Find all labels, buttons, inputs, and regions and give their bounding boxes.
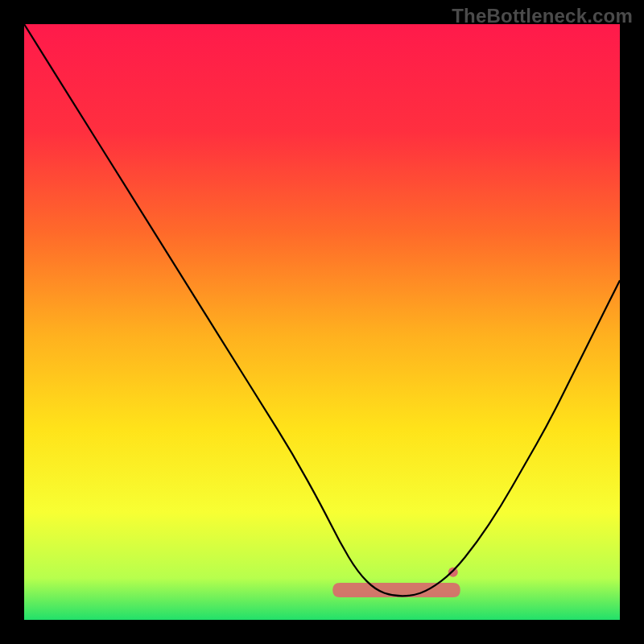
plot-area [24,24,620,620]
watermark-text: TheBottleneck.com [452,5,633,27]
marker-dot [448,568,458,577]
outer-frame: TheBottleneck.com [0,0,644,644]
gradient-background [24,24,620,620]
bottleneck-curve-chart [24,24,620,620]
